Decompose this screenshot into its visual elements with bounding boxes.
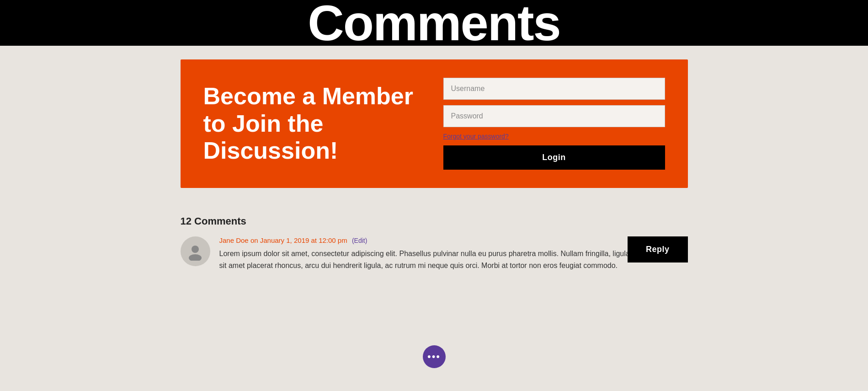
main-content: Become a Member to Join the Discussion! … — [171, 46, 697, 289]
svg-point-1 — [189, 254, 202, 261]
user-avatar-icon — [186, 242, 204, 261]
password-input[interactable] — [443, 105, 665, 127]
comment-date: on January 1, 2019 at 12:00 pm — [250, 236, 347, 244]
login-button[interactable]: Login — [443, 145, 665, 170]
comment-edit-link[interactable]: (Edit) — [352, 237, 367, 244]
comment-meta: Jane Doe on January 1, 2019 at 12:00 pm … — [219, 236, 688, 244]
forgot-password-link[interactable]: Forgot your password? — [443, 133, 665, 140]
comment-text: Lorem ipsum dolor sit amet, consectetur … — [219, 248, 631, 271]
reply-button[interactable]: Reply — [628, 236, 688, 262]
membership-box: Become a Member to Join the Discussion! … — [181, 59, 688, 188]
comments-section: 12 Comments Jane Doe on January 1, 2019 … — [181, 211, 688, 276]
membership-form: Forgot your password? Login — [443, 78, 665, 170]
membership-heading: Become a Member to Join the Discussion! — [203, 83, 425, 165]
comments-heading: 12 Comments — [181, 215, 688, 227]
ellipsis-button[interactable]: ••• — [423, 345, 446, 368]
avatar — [181, 236, 210, 266]
comment-body: Jane Doe on January 1, 2019 at 12:00 pm … — [219, 236, 688, 271]
comment-item: Jane Doe on January 1, 2019 at 12:00 pm … — [181, 236, 688, 271]
page-title: Comments — [308, 0, 560, 46]
comment-author: Jane Doe — [219, 236, 249, 244]
header-banner: Comments — [0, 0, 868, 46]
username-input[interactable] — [443, 78, 665, 100]
svg-point-0 — [192, 246, 199, 253]
